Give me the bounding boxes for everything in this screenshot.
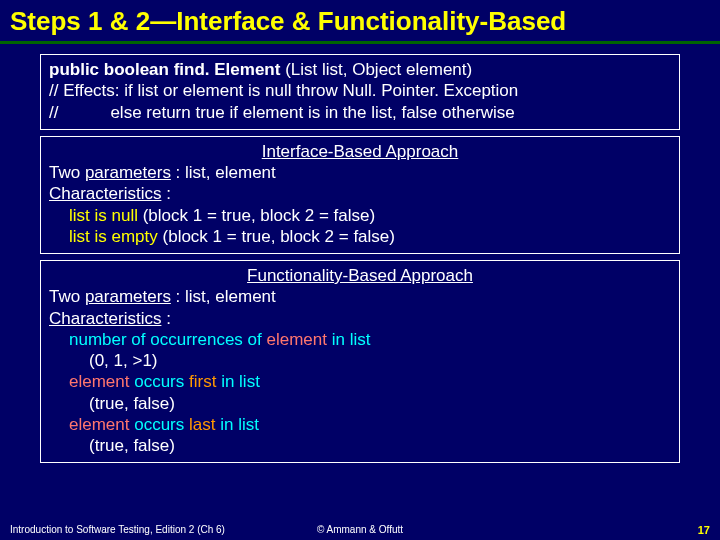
char-list-null: list is null	[69, 206, 138, 225]
interface-approach-box: Interface-Based Approach Two parameters …	[40, 136, 680, 254]
char-list-empty-blocks: (block 1 = true, block 2 = false)	[158, 227, 395, 246]
page-number: 17	[698, 524, 710, 536]
slide-footer: Introduction to Software Testing, Editio…	[0, 524, 720, 536]
interface-char-1: list is null (block 1 = true, block 2 = …	[49, 205, 671, 226]
interface-characteristics: Characteristics :	[49, 183, 671, 204]
func-char-2: element occurs first in list	[49, 371, 671, 392]
chars-underline: Characteristics	[49, 184, 161, 203]
footer-center: © Ammann & Offutt	[317, 524, 403, 535]
functionality-params: Two parameters : list, element	[49, 286, 671, 307]
slide-title: Steps 1 & 2—Interface & Functionality-Ba…	[0, 0, 720, 44]
fchars-colon: :	[161, 309, 170, 328]
func-char-1: number of occurrences of element in list	[49, 329, 671, 350]
params-underline: parameters	[85, 163, 171, 182]
occurrences-text: number of occurrences of	[69, 330, 266, 349]
first-element: element	[69, 372, 129, 391]
interface-heading: Interface-Based Approach	[49, 141, 671, 162]
interface-char-2: list is empty (block 1 = true, block 2 =…	[49, 226, 671, 247]
first-occurs: occurs	[129, 372, 189, 391]
fchars-underline: Characteristics	[49, 309, 161, 328]
fparams-list: : list, element	[171, 287, 276, 306]
last-inlist: in list	[215, 415, 258, 434]
last-highlight: last	[189, 415, 215, 434]
functionality-characteristics: Characteristics :	[49, 308, 671, 329]
functionality-approach-box: Functionality-Based Approach Two paramet…	[40, 260, 680, 463]
footer-left: Introduction to Software Testing, Editio…	[10, 524, 225, 536]
func-char-2-values: (true, false)	[49, 393, 671, 414]
code-signature-bold: public boolean find. Element	[49, 60, 280, 79]
char-list-empty: list is empty	[69, 227, 158, 246]
fparams-underline: parameters	[85, 287, 171, 306]
code-box: public boolean find. Element (List list,…	[40, 54, 680, 130]
functionality-heading: Functionality-Based Approach	[49, 265, 671, 286]
last-occurs: occurs	[129, 415, 189, 434]
code-line-2: // Effects: if list or element is null t…	[49, 80, 671, 101]
func-char-3: element occurs last in list	[49, 414, 671, 435]
code-line-1: public boolean find. Element (List list,…	[49, 59, 671, 80]
params-two: Two	[49, 163, 85, 182]
last-element: element	[69, 415, 129, 434]
char-list-null-blocks: (block 1 = true, block 2 = false)	[138, 206, 375, 225]
first-inlist: in list	[216, 372, 259, 391]
chars-colon: :	[161, 184, 170, 203]
params-list: : list, element	[171, 163, 276, 182]
code-signature-params: (List list, Object element)	[280, 60, 472, 79]
occurrences-element: element	[266, 330, 326, 349]
func-char-3-values: (true, false)	[49, 435, 671, 456]
first-highlight: first	[189, 372, 216, 391]
func-char-1-values: (0, 1, >1)	[49, 350, 671, 371]
interface-params: Two parameters : list, element	[49, 162, 671, 183]
occurrences-inlist: in list	[327, 330, 370, 349]
code-line-3: // else return true if element is in the…	[49, 102, 671, 123]
fparams-two: Two	[49, 287, 85, 306]
